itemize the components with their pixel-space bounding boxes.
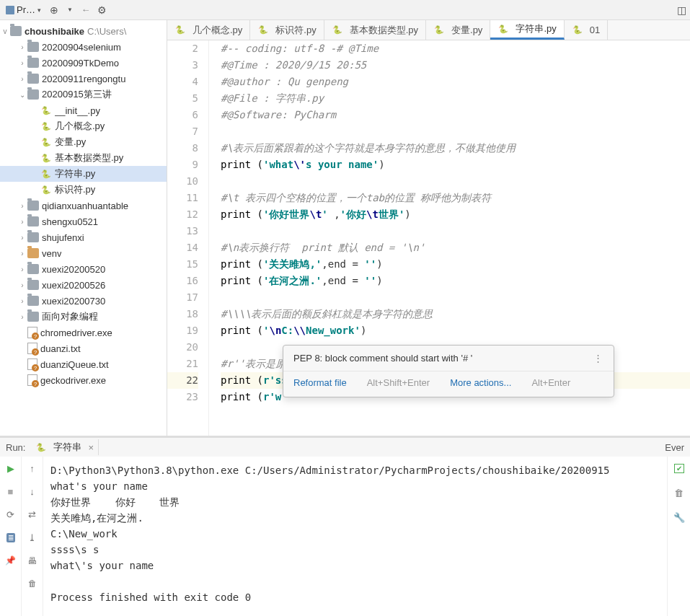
tree-arrow-icon[interactable]: › [17,43,27,51]
tree-row[interactable]: ›shengxu0521 [0,214,167,229]
python-icon [572,25,583,35]
tree-arrow-icon[interactable]: › [17,218,27,226]
tree-label: xuexi20200526 [42,280,105,291]
tooltip-more-icon[interactable]: ⋮ [593,353,603,364]
reformat-link[interactable]: Reformat file [293,377,347,388]
tree-row[interactable]: duanzi.txt [0,340,167,356]
tree-row[interactable]: chromedriver.exe [0,325,167,340]
code-line[interactable]: #\t 表示四个空格的位置，一个tab的位置 称呼他为制表符 [221,190,690,206]
editor-tab[interactable]: 变量.py [426,20,490,40]
tree-row[interactable]: ›xuexi20200730 [0,293,167,309]
print2-button[interactable]: 🖶 [25,553,40,568]
stop-button[interactable] [4,484,18,498]
tree-row[interactable]: geckodriver.exe [0,372,167,388]
tree-arrow-icon[interactable]: › [17,234,27,242]
tree-row[interactable]: ›xuexi20200520 [0,261,167,277]
code-line[interactable] [221,223,690,239]
code-line[interactable] [221,289,690,306]
rerun-button[interactable]: ⟳ [4,507,18,522]
project-dropdown[interactable]: Pr… ▾ [3,3,44,17]
more-actions-link[interactable]: More actions... [450,377,511,388]
tree-row[interactable]: 几个概念.py [0,118,167,134]
code-line[interactable]: #@author : Qu genpeng [221,74,690,90]
tree-row[interactable]: ›20200911rengongtu [0,71,167,87]
tree-arrow-icon[interactable]: › [17,202,27,210]
tree-label: 几个概念.py [55,120,105,133]
tree-arrow-icon[interactable]: › [17,281,27,289]
softwrap-button[interactable] [25,507,40,522]
clear-button[interactable] [25,576,40,591]
tree-row[interactable]: ›shujufenxi [0,229,167,245]
tab-label: 01 [590,25,600,35]
tree-arrow-icon[interactable]: › [17,75,27,83]
code-line[interactable] [221,173,690,190]
code-line[interactable]: print ('what\'s your name') [221,157,690,173]
tree-label: shengxu0521 [42,216,98,227]
tree-arrow-icon[interactable]: ⌄ [17,91,27,99]
tree-label: 20200904selenium [42,42,121,53]
tree-label: 20200911rengongtu [42,74,125,84]
code-line[interactable]: #\表示后面紧跟着的这个字符就是本身字符的意思，不做其他使用 [221,140,690,157]
code-line[interactable]: #\n表示换行符 print 默认 end = '\n' [221,239,690,256]
tree-row[interactable]: 标识符.py [0,182,167,198]
tree-arrow-icon[interactable]: › [17,297,27,305]
wrench-icon[interactable] [672,510,686,524]
tree-row[interactable]: ›20200904selenium [0,39,167,55]
tree-arrow-icon[interactable]: › [17,313,27,321]
tree-label: duanziQueue.txt [40,359,109,370]
tree-row[interactable]: duanziQueue.txt [0,356,167,372]
project-root-row[interactable]: v choushibaike C:\Users\ [0,23,167,39]
console-output[interactable]: D:\Python3\Python3.8\python.exe C:/Users… [43,457,667,616]
code-line[interactable] [221,123,690,140]
tree-row[interactable]: ›面向对象编程 [0,309,167,325]
run-tab[interactable]: 字符串 [31,439,99,455]
tooltip-message: PEP 8: block comment should start with '… [293,353,472,364]
up-button[interactable] [25,461,40,475]
tree-arrow-icon[interactable]: › [17,59,27,67]
dump-button[interactable] [4,530,18,545]
tree-row[interactable]: ⌄20200915第三讲 [0,87,167,102]
tree-row[interactable]: ›xuexi20200526 [0,277,167,293]
code-line[interactable]: #@Time : 2020/9/15 20:55 [221,57,690,74]
pin-button[interactable] [4,553,18,568]
tree-row[interactable]: ›qidianxuanhuantable [0,198,167,214]
expand-icon[interactable] [64,4,76,16]
collapse-icon[interactable] [80,4,92,16]
tree-row[interactable]: __init__.py [0,102,167,118]
scroll-button[interactable]: ⤓ [25,530,40,545]
code-line[interactable]: #\\\\表示后面的额反斜杠就是本身字符的意思 [221,306,690,322]
code-line[interactable]: print ('关关雎鸠,',end = '') [221,256,690,273]
editor-tab[interactable]: 标识符.py [250,20,324,40]
tree-arrow-icon[interactable]: › [17,265,27,273]
hide-icon[interactable] [676,4,687,16]
tree-row[interactable]: 基本数据类型.py [0,150,167,166]
editor-tab[interactable]: 几个概念.py [167,20,250,40]
folder-orange-icon [27,248,39,258]
check-icon[interactable] [672,461,686,475]
close-icon[interactable] [85,442,94,453]
code-line[interactable]: #@Software: PyCharm [221,107,690,123]
run-button[interactable] [4,461,18,475]
tree-row[interactable]: 变量.py [0,134,167,150]
editor-tab[interactable]: 01 [565,20,608,40]
editor-tab[interactable]: 基本数据类型.py [324,20,426,40]
folder-icon [27,264,39,274]
project-tree[interactable]: v choushibaike C:\Users\ ›20200904seleni… [0,20,167,436]
code-line[interactable]: print ('\nC:\\New_work') [221,322,690,339]
trash-icon[interactable] [672,485,686,500]
locate-icon[interactable] [48,4,60,16]
project-sidebar: v choushibaike C:\Users\ ›20200904seleni… [0,20,167,436]
code-line[interactable]: #-- coding: utf-8 -# @Time [221,40,690,57]
down-button[interactable] [25,484,40,498]
code-line[interactable]: print ('你好世界\t' ,'你好\t世界') [221,206,690,223]
tree-row[interactable]: 字符串.py [0,166,167,182]
editor-tab[interactable]: 字符串.py [490,20,564,40]
tree-row[interactable]: ›venv [0,245,167,261]
tree-row[interactable]: ›20200909TkDemo [0,55,167,71]
code-line[interactable]: #@File : 字符串.py [221,90,690,107]
code-line[interactable]: print ('在河之洲.',end = '') [221,273,690,289]
tree-arrow-icon[interactable]: › [17,250,27,258]
settings-icon[interactable] [96,4,107,16]
py-icon [40,153,52,163]
tab-label: 变量.py [451,24,482,37]
